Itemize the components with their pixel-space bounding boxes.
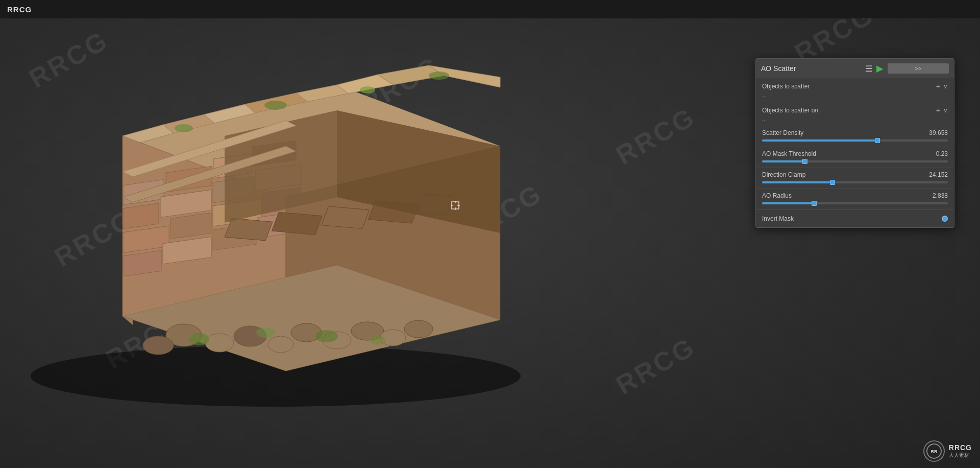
ao-scatter-panel: AO Scatter ☰ ▶ >> Objects to scatter + ∨… bbox=[755, 58, 954, 228]
svg-point-40 bbox=[205, 334, 234, 352]
invert-mask-toggle[interactable] bbox=[942, 216, 948, 222]
ao-radius-fill bbox=[762, 202, 814, 204]
stone-wall-svg bbox=[20, 44, 521, 412]
svg-rect-34 bbox=[272, 212, 322, 235]
3d-scene bbox=[20, 44, 521, 412]
panel-title: AO Scatter bbox=[761, 64, 861, 73]
progress-label: >> bbox=[915, 65, 922, 72]
plus-button-2[interactable]: + bbox=[936, 106, 940, 114]
ao-mask-threshold-row: AO Mask Threshold 0.23 bbox=[756, 147, 954, 168]
svg-rect-35 bbox=[322, 206, 370, 229]
ao-mask-threshold-track[interactable] bbox=[762, 160, 948, 162]
bottom-logo: RR RRCG 人人素材 bbox=[923, 440, 972, 462]
menu-icon[interactable]: ☰ bbox=[865, 64, 872, 74]
chevron-button-2[interactable]: ∨ bbox=[943, 107, 948, 114]
svg-point-42 bbox=[268, 336, 293, 353]
svg-point-51 bbox=[315, 330, 338, 342]
plus-button-1[interactable]: + bbox=[936, 82, 940, 90]
bottom-logo-rrcg: RRCG bbox=[949, 443, 972, 452]
panel-header: AO Scatter ☰ ▶ >> bbox=[756, 59, 954, 78]
scatter-density-label: Scatter Density bbox=[762, 129, 803, 136]
ao-radius-label: AO Radius bbox=[762, 192, 792, 199]
row-actions-2: + ∨ bbox=[936, 106, 948, 114]
viewport: RRCG RRCG RRCG RRCG RRCG RRCG RRCG RRCG … bbox=[0, 18, 980, 468]
direction-clamp-fill bbox=[762, 181, 832, 183]
direction-clamp-thumb[interactable] bbox=[830, 180, 835, 185]
svg-point-52 bbox=[370, 336, 386, 345]
ao-mask-threshold-header: AO Mask Threshold 0.23 bbox=[762, 150, 948, 157]
invert-mask-label: Invert Mask bbox=[762, 215, 794, 222]
direction-clamp-header: Direction Clamp 24.152 bbox=[762, 171, 948, 178]
objects-to-scatter-on-label: Objects to scatter on bbox=[762, 107, 818, 114]
row-header: Objects to scatter + ∨ bbox=[762, 82, 948, 90]
svg-point-45 bbox=[143, 336, 174, 355]
objects-to-scatter-on-row: Objects to scatter on + ∨ ... bbox=[756, 102, 954, 126]
svg-point-48 bbox=[404, 320, 433, 338]
svg-point-12 bbox=[360, 86, 375, 93]
svg-point-10 bbox=[175, 124, 193, 132]
direction-clamp-row: Direction Clamp 24.152 bbox=[756, 168, 954, 189]
direction-clamp-track[interactable] bbox=[762, 181, 948, 183]
ao-mask-threshold-value: 0.23 bbox=[936, 150, 948, 157]
play-icon[interactable]: ▶ bbox=[876, 63, 884, 74]
scatter-density-row: Scatter Density 39.658 bbox=[756, 126, 954, 147]
ao-mask-threshold-thumb[interactable] bbox=[802, 159, 807, 164]
direction-clamp-value: 24.152 bbox=[929, 171, 948, 178]
row-actions: + ∨ bbox=[936, 82, 948, 90]
svg-point-50 bbox=[256, 327, 275, 338]
scatter-density-value: 39.658 bbox=[929, 129, 948, 136]
invert-mask-row: Invert Mask bbox=[756, 210, 954, 227]
ao-radius-track[interactable] bbox=[762, 202, 948, 204]
bottom-logo-text: RRCG 人人素材 bbox=[949, 443, 972, 459]
progress-bar: >> bbox=[888, 63, 949, 74]
objects-to-scatter-row: Objects to scatter + ∨ ... bbox=[756, 78, 954, 102]
objects-to-scatter-sub: ... bbox=[762, 91, 948, 98]
chevron-button-1[interactable]: ∨ bbox=[943, 83, 948, 90]
svg-point-11 bbox=[264, 101, 287, 110]
direction-clamp-label: Direction Clamp bbox=[762, 171, 805, 178]
svg-text:RR: RR bbox=[930, 449, 937, 454]
objects-to-scatter-label: Objects to scatter bbox=[762, 83, 810, 90]
ao-mask-threshold-label: AO Mask Threshold bbox=[762, 150, 816, 157]
scatter-density-thumb[interactable] bbox=[875, 138, 880, 143]
scatter-density-fill bbox=[762, 139, 877, 142]
app-logo: RRCG bbox=[7, 5, 32, 14]
svg-point-49 bbox=[189, 333, 209, 345]
ao-radius-thumb[interactable] bbox=[812, 201, 817, 206]
topbar: RRCG bbox=[0, 0, 980, 18]
ao-radius-value: 2.838 bbox=[933, 192, 948, 199]
svg-rect-33 bbox=[225, 218, 273, 241]
scatter-density-header: Scatter Density 39.658 bbox=[762, 129, 948, 136]
ao-mask-threshold-fill bbox=[762, 160, 805, 162]
bottom-logo-sub: 人人素材 bbox=[949, 452, 972, 459]
row-header-2: Objects to scatter on + ∨ bbox=[762, 106, 948, 114]
scatter-density-track[interactable] bbox=[762, 139, 948, 142]
svg-point-13 bbox=[429, 72, 449, 80]
objects-to-scatter-on-sub: ... bbox=[762, 115, 948, 122]
bottom-logo-icon: RR bbox=[923, 440, 945, 462]
ao-radius-row: AO Radius 2.838 bbox=[756, 189, 954, 210]
ao-radius-header: AO Radius 2.838 bbox=[762, 192, 948, 199]
